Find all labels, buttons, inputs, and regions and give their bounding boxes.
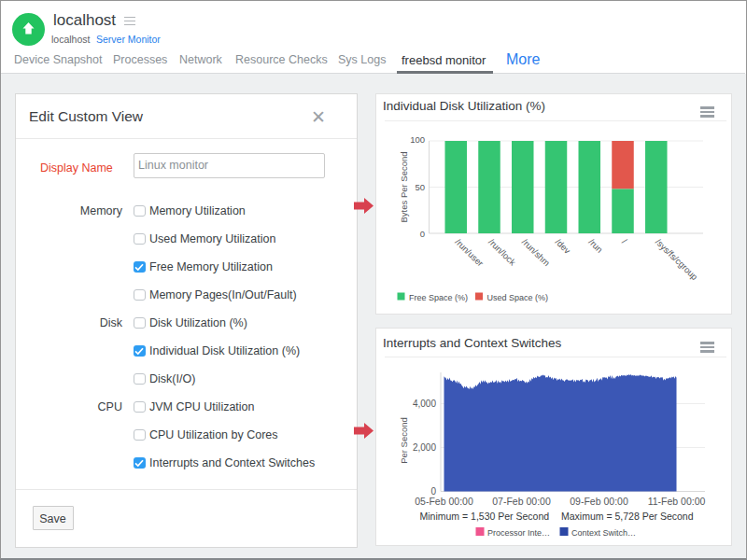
svg-text:/dev: /dev (554, 237, 573, 257)
svg-text:/run/user: /run/user (453, 237, 486, 269)
svg-text:09-Feb 00:00: 09-Feb 00:00 (570, 496, 628, 507)
svg-text:/run: /run (586, 237, 604, 255)
svg-text:Bytes Per Second: Bytes Per Second (399, 151, 409, 222)
svg-text:0: 0 (430, 486, 436, 497)
svg-text:Free Space (%): Free Space (%) (409, 293, 468, 302)
svg-text:0: 0 (420, 229, 425, 239)
svg-text:100: 100 (410, 134, 425, 145)
svg-text:05-Feb 00:00: 05-Feb 00:00 (415, 496, 473, 507)
svg-text:Maximum = 5,728 Per Second: Maximum = 5,728 Per Second (561, 511, 694, 522)
svg-text:Used Space (%): Used Space (%) (487, 293, 549, 302)
svg-text:11-Feb 00:00: 11-Feb 00:00 (648, 496, 706, 507)
svg-text:/run/shm: /run/shm (520, 237, 552, 269)
svg-text:/run/lock: /run/lock (486, 237, 518, 268)
svg-text:/: / (620, 237, 629, 246)
svg-text:50: 50 (415, 182, 425, 192)
svg-text:Processor Inte…: Processor Inte… (487, 528, 550, 538)
svg-text:Minimum = 1,530 Per Second: Minimum = 1,530 Per Second (420, 511, 550, 522)
svg-text:Per Second: Per Second (399, 417, 409, 464)
svg-text:/sys/fs/cgroup: /sys/fs/cgroup (654, 237, 700, 283)
svg-text:2,000: 2,000 (413, 442, 436, 453)
svg-text:07-Feb 00:00: 07-Feb 00:00 (492, 496, 551, 507)
svg-text:4,000: 4,000 (413, 399, 436, 409)
svg-text:Context Switch…: Context Switch… (571, 528, 636, 538)
